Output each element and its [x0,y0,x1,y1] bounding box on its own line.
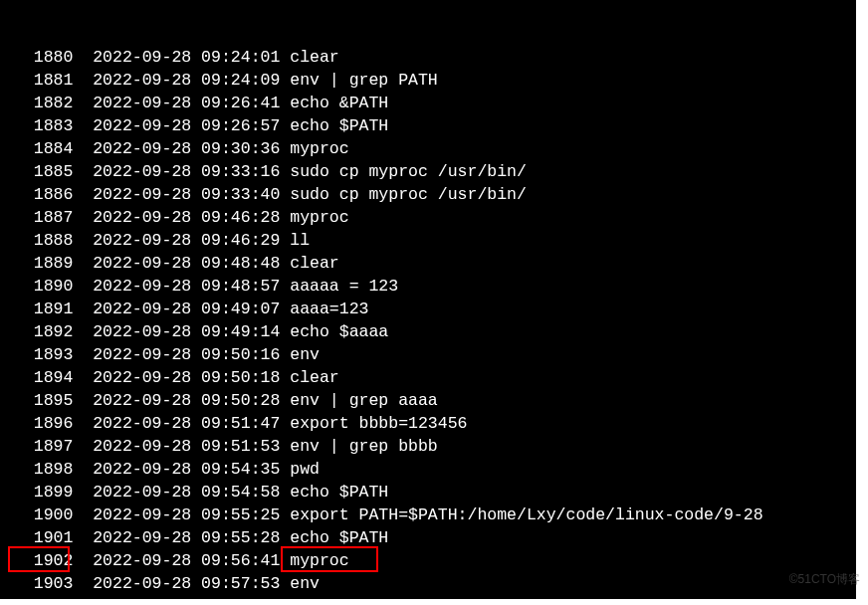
history-line: 1891 2022-09-28 09:49:07 aaaa=123 [14,298,856,320]
history-timestamp: 2022-09-28 09:49:14 [93,320,280,343]
history-number: 1887 [14,206,73,229]
spacer [280,277,290,296]
history-timestamp: 2022-09-28 09:30:36 [93,137,280,160]
spacer [280,208,290,227]
spacer [73,481,93,504]
spacer [280,460,290,479]
history-command: clear [290,252,339,275]
spacer [280,528,290,547]
history-line: 1893 2022-09-28 09:50:16 env [14,343,856,366]
spacer [280,254,290,273]
spacer [73,252,93,275]
spacer [73,92,93,114]
history-timestamp: 2022-09-28 09:54:58 [93,481,280,504]
history-timestamp: 2022-09-28 09:54:35 [93,458,280,481]
history-number: 1904 [14,595,73,599]
history-command: sudo cp myproc /usr/bin/ [290,160,527,183]
history-command: clear [290,46,339,69]
history-command: env [290,572,320,595]
history-timestamp: 2022-09-28 10:00:26 [93,595,280,599]
spacer [73,46,93,69]
spacer [280,597,290,599]
history-timestamp: 2022-09-28 09:51:47 [93,412,280,435]
spacer [73,114,93,137]
spacer [73,160,93,183]
history-number: 1897 [14,435,73,458]
history-number: 1895 [14,389,73,412]
spacer [73,343,93,366]
history-timestamp: 2022-09-28 09:49:07 [93,298,280,320]
history-command: pwd [290,458,320,481]
history-timestamp: 2022-09-28 09:46:29 [93,229,280,252]
history-number: 1900 [14,504,73,526]
spacer [73,298,93,320]
spacer [280,94,290,112]
spacer [280,71,290,90]
history-line: 1901 2022-09-28 09:55:28 echo $PATH [14,526,856,549]
spacer [280,483,290,502]
spacer [73,229,93,252]
history-command: echo &PATH [290,92,388,114]
spacer [73,526,93,549]
history-timestamp: 2022-09-28 09:50:16 [93,343,280,366]
spacer [280,185,290,204]
history-command: myproc [290,137,348,160]
spacer [280,505,290,524]
history-number: 1892 [14,320,73,343]
spacer [280,300,290,318]
history-timestamp: 2022-09-28 09:55:25 [93,504,280,526]
history-line: 1896 2022-09-28 09:51:47 export bbbb=123… [14,412,856,435]
history-number: 1884 [14,137,73,160]
history-number: 1891 [14,298,73,320]
spacer [73,458,93,481]
history-command: export bbbb=123456 [290,412,467,435]
spacer [73,206,93,229]
history-command: echo $PATH [290,481,388,504]
history-timestamp: 2022-09-28 09:50:28 [93,389,280,412]
history-command: env [290,343,320,366]
spacer [73,366,93,389]
history-command: env | grep PATH [290,69,438,92]
history-number: 1893 [14,343,73,366]
history-line: 1897 2022-09-28 09:51:53 env | grep bbbb [14,435,856,458]
history-line: 1880 2022-09-28 09:24:01 clear [14,46,856,69]
history-command: env | grep bbbb [290,435,438,458]
spacer [73,389,93,412]
terminal-output[interactable]: 1880 2022-09-28 09:24:01 clear1881 2022-… [0,0,856,599]
history-command: sudo cp myproc /usr/bin/ [290,183,527,206]
history-line: 1888 2022-09-28 09:46:29 ll [14,229,856,252]
spacer [73,435,93,458]
history-number: 1898 [14,458,73,481]
history-line: 1899 2022-09-28 09:54:58 echo $PATH [14,481,856,504]
watermark-label: ©51CTO博客 [789,568,860,591]
history-line: 1904 2022-09-28 10:00:26 history [14,595,856,599]
history-number: 1894 [14,366,73,389]
spacer [280,231,290,250]
history-timestamp: 2022-09-28 09:50:18 [93,366,280,389]
history-line: 1898 2022-09-28 09:54:35 pwd [14,458,856,481]
history-timestamp: 2022-09-28 09:26:57 [93,114,280,137]
history-number: 1903 [14,572,73,595]
history-timestamp: 2022-09-28 09:33:40 [93,183,280,206]
history-command: env | grep aaaa [290,389,438,412]
history-number: 1881 [14,69,73,92]
spacer [280,345,290,364]
history-command: ll [290,229,310,252]
spacer [73,183,93,206]
history-number: 1896 [14,412,73,435]
history-line: 1895 2022-09-28 09:50:28 env | grep aaaa [14,389,856,412]
history-timestamp: 2022-09-28 09:33:16 [93,160,280,183]
spacer [280,551,290,570]
spacer [280,574,290,593]
spacer [73,572,93,595]
spacer [73,595,93,599]
history-line: 1892 2022-09-28 09:49:14 echo $aaaa [14,320,856,343]
spacer [280,139,290,158]
history-number: 1885 [14,160,73,183]
history-number: 1880 [14,46,73,69]
history-command: echo $PATH [290,526,388,549]
history-number: 1882 [14,92,73,114]
history-line: 1882 2022-09-28 09:26:41 echo &PATH [14,92,856,114]
spacer [280,414,290,433]
spacer [73,320,93,343]
